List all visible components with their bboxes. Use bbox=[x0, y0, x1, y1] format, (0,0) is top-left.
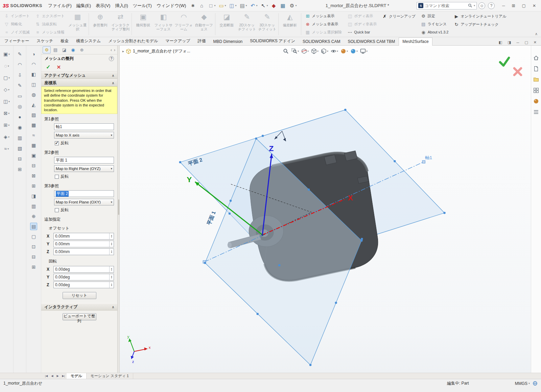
rotation-field[interactable]: 0.00deg ▴▾ bbox=[53, 281, 114, 288]
pm-tab-display-manager[interactable]: ◉ bbox=[69, 46, 77, 53]
tab-solidworks-cam-tbm[interactable]: SOLIDWORKS CAM TBM bbox=[344, 38, 399, 45]
mesh-info-button[interactable]: ≡メッシュ情報 bbox=[33, 28, 67, 36]
breadcrumb[interactable]: ▸ 1_mortor_原点合わせ (デフォ... bbox=[122, 48, 190, 54]
pm-tab-property-manager[interactable]: ⚙ bbox=[43, 46, 51, 53]
offset-surface-icon[interactable]: ◨ bbox=[30, 192, 37, 200]
menu-edit[interactable]: 編集(E) bbox=[74, 1, 93, 10]
circle-tool-icon[interactable]: ◎ bbox=[16, 103, 23, 110]
tile-windows-button[interactable]: ⊞ bbox=[509, 2, 518, 9]
sketch-fit-3d-button[interactable]: ✎3Dスケッチフィット bbox=[257, 12, 277, 36]
tab-sheet-metal[interactable]: 板金 bbox=[57, 36, 72, 45]
offset-field[interactable]: 0.00mm ▴▾ bbox=[53, 241, 114, 247]
mesh-show-button[interactable]: ⊞メッシュ表示 bbox=[303, 12, 344, 20]
edit-sketch-icon[interactable]: ✎ bbox=[17, 50, 23, 58]
decimate-mesh-icon[interactable]: ▦ bbox=[30, 142, 37, 149]
doc-restore-button[interactable]: ▢ bbox=[522, 40, 530, 45]
menu-tools[interactable]: ツール(T) bbox=[131, 1, 154, 10]
body-hide-button[interactable]: ◫ボディ非表示 bbox=[345, 20, 379, 28]
splitter-handle[interactable] bbox=[118, 199, 119, 215]
pane-split-right-icon[interactable]: ◨ bbox=[505, 40, 513, 45]
search-caret-icon[interactable]: ▾ bbox=[474, 4, 475, 7]
mesh-select-button[interactable]: ▦メッシュ選択 bbox=[67, 12, 88, 36]
flip-checkbox[interactable] bbox=[55, 208, 59, 212]
tab-solidworks-addins[interactable]: SOLIDWORKS アドイン bbox=[246, 36, 299, 45]
doc-close-button[interactable]: ✕ bbox=[531, 40, 539, 45]
undo-icon[interactable]: ↶▾ bbox=[249, 2, 259, 9]
flip-checkbox[interactable] bbox=[55, 175, 59, 179]
annotate-icon[interactable]: ✎ bbox=[17, 82, 23, 89]
panel-help-icon[interactable]: ? bbox=[109, 56, 114, 61]
file-explorer-icon[interactable] bbox=[533, 77, 539, 83]
tab-evaluate[interactable]: 評価 bbox=[194, 36, 210, 45]
appearances-icon[interactable] bbox=[533, 98, 539, 105]
minimize-button[interactable]: ─ bbox=[499, 2, 508, 9]
about-button[interactable]: ◉About v1.3.2 bbox=[419, 28, 451, 36]
reset-button[interactable]: リセット bbox=[63, 292, 96, 299]
mapping-dropdown[interactable]: Map to X axis▾ bbox=[54, 132, 114, 139]
mesh-hide-button[interactable]: ⊗メッシュ非表示 bbox=[303, 20, 344, 28]
rectangle-tool-icon[interactable]: ▭ bbox=[16, 92, 23, 100]
save-icon[interactable]: ◫▾ bbox=[227, 2, 238, 9]
section-view-icon[interactable]: ▾ bbox=[301, 48, 309, 54]
import-button[interactable]: ⇩インポート bbox=[2, 12, 32, 20]
spinner[interactable]: ▴▾ bbox=[109, 241, 114, 247]
home-icon[interactable] bbox=[533, 55, 539, 62]
doc-minimize-button[interactable]: ─ bbox=[514, 40, 522, 45]
freeform-button[interactable]: ◠フリーフォーム bbox=[173, 12, 194, 36]
spinner[interactable]: ▴▾ bbox=[109, 266, 114, 272]
edit-appearance-icon[interactable]: ▾ bbox=[340, 48, 348, 54]
pm-tab-scroll-right[interactable]: › bbox=[114, 48, 115, 52]
sketch-fit-2d-button[interactable]: ✎2Dスケッチフィット bbox=[237, 12, 257, 36]
tab-sketch[interactable]: スケッチ bbox=[33, 36, 57, 45]
cancel-button[interactable]: ✕ bbox=[56, 64, 61, 70]
tab-mesh-model[interactable]: メッシュ分割されたモデル bbox=[104, 36, 162, 45]
mesh-deselect-button[interactable]: ▦メッシュ選択解除 bbox=[303, 28, 344, 36]
flyout-tree-arrow-icon[interactable]: ▸ bbox=[122, 49, 124, 53]
reference-align-button[interactable]: ⊕参照整列 bbox=[90, 12, 110, 36]
spline-flyout-icon[interactable]: ≈▾ bbox=[3, 145, 10, 152]
view-orientation-icon[interactable]: ▾ bbox=[311, 48, 319, 54]
cross-section-button[interactable]: ◪交差断面 bbox=[216, 12, 237, 36]
interactive-align-button[interactable]: ⇄インタラクティブ整列 bbox=[110, 12, 131, 36]
extrude-flyout-icon[interactable]: ▢▾ bbox=[2, 74, 11, 81]
extract-region-icon[interactable]: ▨ bbox=[30, 111, 37, 119]
help-icon[interactable]: ? bbox=[488, 2, 495, 9]
thicken-icon[interactable]: ▥ bbox=[30, 202, 37, 210]
section-active-mesh[interactable]: アクティブなメッシュ ∧ bbox=[41, 72, 117, 79]
auto-surface-button[interactable]: ◆自動サーフェス bbox=[194, 12, 214, 36]
cleanup-button[interactable]: ✗クリーンアップ bbox=[380, 12, 418, 20]
reference-input[interactable]: 軸1 bbox=[54, 123, 114, 130]
export-button[interactable]: ⇧エクスポート bbox=[33, 12, 67, 20]
pm-tab-dimxpert-manager[interactable]: ◪ bbox=[60, 46, 68, 53]
close-button[interactable]: ✕ bbox=[530, 2, 539, 9]
fit-surface-button[interactable]: ◧フィットサーフェス bbox=[153, 12, 173, 36]
graphics-viewport[interactable]: 平面 2 平面 1 軸1 X Y Z x y z ▸ 1_m bbox=[120, 46, 531, 373]
duplicate-body-icon[interactable]: ⊞ bbox=[30, 263, 37, 271]
flip-checkbox[interactable] bbox=[55, 141, 59, 145]
simplify-button[interactable]: ▽簡略化 bbox=[2, 20, 32, 28]
tab-mesh2surface[interactable]: Mesh2Surface bbox=[399, 38, 432, 46]
arc-tool-icon[interactable]: ◠ bbox=[16, 61, 23, 68]
remove-box-icon[interactable]: ⊟ bbox=[17, 155, 23, 163]
wrap-flyout-icon[interactable]: ◈▾ bbox=[2, 133, 11, 141]
menu-insert[interactable]: 挿入(I) bbox=[113, 1, 130, 10]
breadcrumb-part-name[interactable]: 1_mortor_原点合わせ (デフォ... bbox=[133, 48, 190, 54]
update-check-button[interactable]: ↻アップデートチェック bbox=[452, 20, 508, 28]
hide-show-items-icon[interactable]: ▾ bbox=[331, 48, 338, 54]
tab-structure-system[interactable]: 構造システム bbox=[72, 36, 104, 45]
axis1-handle[interactable] bbox=[422, 161, 425, 163]
boolean-icon[interactable]: ⊕ bbox=[30, 213, 37, 220]
user-account-icon[interactable]: ☺ bbox=[478, 2, 485, 9]
flip-normals-button[interactable]: ⇅法線反転 bbox=[33, 20, 67, 28]
plane-fit-icon[interactable]: ◧ bbox=[30, 71, 37, 78]
hatch-icon[interactable]: ▧ bbox=[16, 145, 23, 152]
spinner[interactable]: ▴▾ bbox=[109, 282, 114, 288]
scroll-last-button[interactable]: ▶| bbox=[61, 374, 67, 377]
spinner[interactable]: ▴▾ bbox=[109, 249, 114, 255]
evaluate-sheet-icon[interactable]: ▦ bbox=[279, 2, 288, 9]
view-palette-icon[interactable] bbox=[533, 88, 539, 94]
display-style-icon[interactable]: ▾ bbox=[321, 48, 328, 54]
reference-input[interactable]: 平面 2 bbox=[54, 190, 114, 197]
zoom-fit-icon[interactable] bbox=[283, 48, 289, 54]
add-box-icon[interactable]: ⊞ bbox=[17, 166, 23, 173]
